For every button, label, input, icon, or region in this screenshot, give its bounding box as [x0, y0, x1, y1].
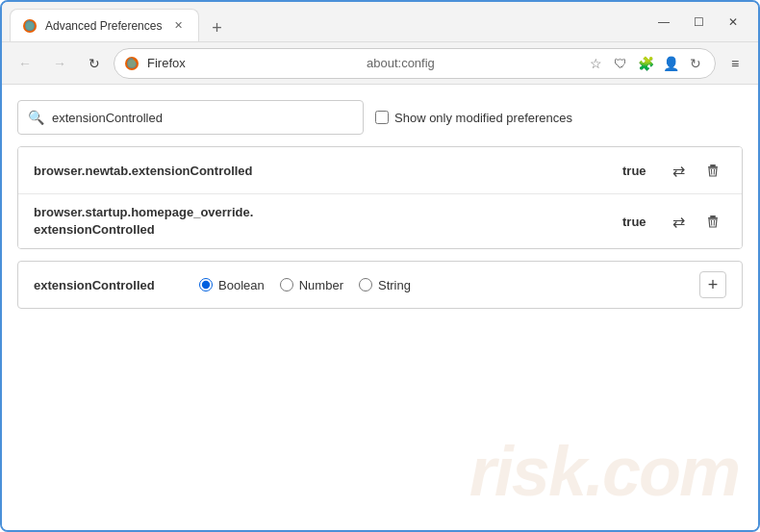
- search-input[interactable]: [52, 111, 353, 125]
- results-table: browser.newtab.extensionControlled true …: [17, 146, 743, 249]
- pref-name-1: browser.newtab.extensionControlled: [34, 164, 607, 178]
- trash-icon-1: [705, 163, 721, 178]
- toolbar: ← → ↻ Firefox about:config ☆ 🛡 🧩 👤 ↻ ≡: [2, 42, 758, 85]
- svg-rect-4: [710, 165, 716, 166]
- new-tab-button[interactable]: +: [203, 14, 230, 41]
- row-2-actions: ⇄: [665, 208, 726, 235]
- radio-string-text: String: [378, 278, 411, 292]
- add-pref-button[interactable]: +: [699, 271, 726, 298]
- search-input-wrapper[interactable]: 🔍: [17, 100, 364, 135]
- delete-button-1[interactable]: [699, 157, 726, 184]
- pref-value-2: true: [607, 215, 665, 229]
- radio-boolean-label[interactable]: Boolean: [199, 278, 265, 292]
- show-modified-label: Show only modified preferences: [394, 111, 572, 125]
- maximize-button[interactable]: ☐: [685, 9, 712, 36]
- pref-name-2-line1: browser.startup.homepage_override.: [34, 205, 253, 219]
- address-bar-icons: ☆ 🛡 🧩 👤 ↻: [586, 54, 705, 73]
- minimize-button[interactable]: —: [650, 9, 677, 36]
- radio-string-label[interactable]: String: [359, 278, 411, 292]
- close-window-button[interactable]: ✕: [720, 9, 747, 36]
- toolbar-right: ≡: [720, 48, 750, 79]
- svg-rect-9: [708, 217, 718, 219]
- url-text: about:config: [367, 56, 578, 70]
- firefox-logo: [124, 56, 139, 71]
- browser-window: Advanced Preferences ✕ + — ☐ ✕ ← → ↻ Fir…: [0, 0, 760, 532]
- trash-icon-2: [705, 214, 721, 229]
- search-bar-row: 🔍 Show only modified preferences: [17, 100, 743, 135]
- forward-button[interactable]: →: [44, 48, 75, 79]
- pref-name-2: browser.startup.homepage_override. exten…: [34, 204, 607, 239]
- type-radio-group: Boolean Number String: [199, 278, 688, 292]
- row-1-actions: ⇄: [665, 157, 726, 184]
- reload-button[interactable]: ↻: [79, 48, 110, 79]
- back-button[interactable]: ←: [10, 48, 40, 79]
- new-pref-name: extensionControlled: [34, 278, 188, 292]
- page-content: risk.com 🔍 Show only modified preference…: [2, 85, 758, 530]
- show-modified-checkbox[interactable]: [375, 111, 389, 124]
- window-controls: — ☐ ✕: [650, 9, 750, 36]
- extensions-icon[interactable]: 🧩: [636, 54, 655, 73]
- radio-boolean[interactable]: [199, 278, 213, 291]
- show-modified-checkbox-label[interactable]: Show only modified preferences: [375, 111, 572, 125]
- site-name: Firefox: [147, 56, 359, 70]
- tab-area: Advanced Preferences ✕ +: [10, 2, 646, 41]
- search-icon: 🔍: [28, 110, 44, 125]
- radio-string[interactable]: [359, 278, 372, 291]
- menu-button[interactable]: ≡: [720, 48, 750, 79]
- tab-close-button[interactable]: ✕: [169, 17, 187, 35]
- swap-button-2[interactable]: ⇄: [665, 208, 692, 235]
- address-bar[interactable]: Firefox about:config ☆ 🛡 🧩 👤 ↻: [114, 48, 716, 79]
- pref-value-1: true: [607, 164, 665, 178]
- svg-rect-5: [708, 166, 718, 168]
- svg-rect-8: [710, 215, 716, 217]
- profile-icon[interactable]: 👤: [661, 54, 680, 73]
- add-pref-row: extensionControlled Boolean Number Strin…: [17, 261, 743, 309]
- active-tab[interactable]: Advanced Preferences ✕: [10, 9, 199, 41]
- radio-number-text: Number: [299, 278, 343, 292]
- swap-button-1[interactable]: ⇄: [665, 157, 692, 184]
- sync-icon[interactable]: ↻: [686, 54, 705, 73]
- tab-title: Advanced Preferences: [45, 19, 162, 33]
- shield-icon[interactable]: 🛡: [611, 54, 630, 73]
- delete-button-2[interactable]: [699, 208, 726, 235]
- radio-boolean-text: Boolean: [218, 278, 265, 292]
- radio-number[interactable]: [280, 278, 293, 291]
- radio-number-label[interactable]: Number: [280, 278, 343, 292]
- title-bar: Advanced Preferences ✕ + — ☐ ✕: [2, 2, 758, 42]
- table-row: browser.startup.homepage_override. exten…: [18, 194, 742, 248]
- pref-name-2-line2: extensionControlled: [34, 222, 155, 237]
- tab-favicon: [22, 18, 38, 34]
- table-row: browser.newtab.extensionControlled true …: [18, 147, 742, 194]
- watermark: risk.com: [469, 432, 739, 511]
- bookmark-icon[interactable]: ☆: [586, 54, 605, 73]
